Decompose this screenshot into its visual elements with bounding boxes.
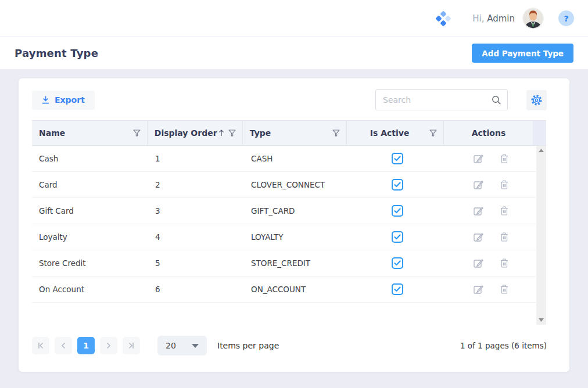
user-greeting: Hi, Admin bbox=[472, 13, 515, 24]
table-row: Cash 1 CASH bbox=[32, 146, 536, 172]
chevron-left-icon bbox=[60, 342, 67, 349]
diamond-bottom bbox=[440, 20, 447, 26]
delete-button[interactable] bbox=[500, 284, 509, 294]
scroll-up-icon[interactable] bbox=[539, 149, 544, 152]
edit-icon bbox=[473, 179, 483, 190]
cell-actions bbox=[446, 232, 536, 242]
last-page-button[interactable] bbox=[123, 337, 140, 354]
cell-is-active bbox=[349, 153, 446, 164]
column-label: Type bbox=[250, 128, 271, 138]
cell-is-active bbox=[349, 257, 446, 269]
chevron-right-icon bbox=[105, 342, 112, 349]
settings-button[interactable] bbox=[526, 90, 547, 110]
chevron-down-icon bbox=[192, 344, 199, 348]
page-size-select[interactable]: 20 bbox=[157, 336, 207, 355]
trash-icon bbox=[500, 179, 509, 190]
edit-button[interactable] bbox=[473, 284, 483, 294]
cell-actions bbox=[446, 206, 536, 216]
scroll-down-icon[interactable] bbox=[539, 318, 544, 322]
trash-icon bbox=[500, 258, 509, 268]
is-active-checkbox[interactable] bbox=[392, 179, 403, 191]
next-page-button[interactable] bbox=[100, 337, 117, 354]
column-header-is-active[interactable]: Is Active bbox=[347, 121, 444, 145]
cell-name: Store Credit bbox=[32, 258, 148, 268]
diamond-left bbox=[436, 15, 442, 21]
avatar[interactable] bbox=[522, 8, 544, 29]
is-active-checkbox[interactable] bbox=[392, 231, 403, 243]
empty-table-space bbox=[32, 303, 536, 324]
titlebar: Payment Type Add Payment Type bbox=[0, 37, 588, 69]
filter-icon[interactable] bbox=[429, 130, 437, 136]
items-per-page-label: Items per page bbox=[217, 341, 279, 350]
edit-icon bbox=[473, 284, 483, 294]
page-number-button[interactable]: 1 bbox=[77, 337, 95, 354]
search-box bbox=[375, 89, 508, 110]
table-row: Store Credit 5 STORE_CREDIT bbox=[32, 250, 536, 276]
filter-icon[interactable] bbox=[228, 130, 236, 136]
delete-button[interactable] bbox=[500, 258, 509, 268]
cell-name: Loyalty bbox=[32, 232, 148, 242]
apps-diamond-icon[interactable] bbox=[436, 12, 450, 26]
is-active-checkbox[interactable] bbox=[392, 283, 403, 295]
delete-button[interactable] bbox=[500, 206, 509, 216]
sort-asc-icon[interactable] bbox=[218, 130, 224, 136]
cell-display-order: 4 bbox=[148, 232, 244, 242]
cell-name: Cash bbox=[32, 154, 148, 163]
prev-page-button[interactable] bbox=[55, 337, 72, 354]
cell-actions bbox=[446, 258, 536, 268]
table-row: Loyalty 4 LOYALTY bbox=[32, 224, 536, 250]
is-active-checkbox[interactable] bbox=[392, 153, 403, 164]
add-payment-type-button[interactable]: Add Payment Type bbox=[472, 44, 573, 63]
main-content: Export bbox=[0, 69, 588, 372]
help-icon[interactable]: ? bbox=[558, 10, 574, 26]
checkmark-icon bbox=[394, 182, 401, 188]
first-page-button[interactable] bbox=[32, 337, 49, 354]
gear-icon bbox=[530, 94, 543, 106]
column-header-name[interactable]: Name bbox=[32, 121, 148, 145]
cell-name: Card bbox=[32, 180, 148, 189]
column-label: Actions bbox=[472, 128, 506, 138]
vertical-scrollbar[interactable] bbox=[536, 146, 546, 325]
checkmark-icon bbox=[394, 286, 401, 292]
column-header-actions: Actions bbox=[444, 121, 533, 145]
diamond-right bbox=[445, 15, 451, 21]
cell-display-order: 6 bbox=[148, 285, 244, 294]
column-header-display-order[interactable]: Display Order bbox=[148, 121, 243, 145]
greeting-prefix: Hi, bbox=[472, 13, 484, 24]
table-body: Cash 1 CASH bbox=[32, 146, 546, 303]
export-button[interactable]: Export bbox=[32, 91, 95, 110]
cell-actions bbox=[446, 153, 536, 164]
search-input[interactable] bbox=[375, 89, 508, 110]
is-active-checkbox[interactable] bbox=[392, 205, 403, 217]
edit-button[interactable] bbox=[473, 258, 483, 268]
toolbar-right bbox=[375, 89, 547, 110]
edit-icon bbox=[473, 258, 483, 268]
cell-actions bbox=[446, 179, 536, 190]
topbar: Hi, Admin ? bbox=[0, 0, 588, 37]
pagination-bar: 1 20 Items per page 1 of 1 pages ( bbox=[32, 336, 556, 355]
cell-is-active bbox=[349, 231, 446, 243]
edit-icon bbox=[473, 206, 483, 216]
edit-button[interactable] bbox=[473, 206, 483, 216]
edit-button[interactable] bbox=[473, 153, 483, 164]
cell-is-active bbox=[349, 205, 446, 217]
filter-icon[interactable] bbox=[332, 130, 340, 136]
trash-icon bbox=[500, 206, 509, 216]
cell-display-order: 1 bbox=[148, 154, 244, 163]
edit-icon bbox=[473, 153, 483, 164]
last-page-icon bbox=[127, 342, 135, 349]
trash-icon bbox=[500, 153, 509, 164]
edit-button[interactable] bbox=[473, 179, 483, 190]
checkmark-icon bbox=[394, 156, 401, 161]
is-active-checkbox[interactable] bbox=[392, 257, 403, 269]
cell-type: ON_ACCOUNT bbox=[244, 285, 349, 294]
delete-button[interactable] bbox=[500, 179, 509, 190]
trash-icon bbox=[500, 284, 509, 294]
delete-button[interactable] bbox=[500, 153, 509, 164]
edit-button[interactable] bbox=[473, 232, 483, 242]
filter-icon[interactable] bbox=[133, 130, 141, 136]
delete-button[interactable] bbox=[500, 232, 509, 242]
column-header-type[interactable]: Type bbox=[243, 121, 347, 145]
pager-controls: 1 20 Items per page bbox=[32, 336, 279, 355]
page-size-value: 20 bbox=[166, 341, 176, 350]
